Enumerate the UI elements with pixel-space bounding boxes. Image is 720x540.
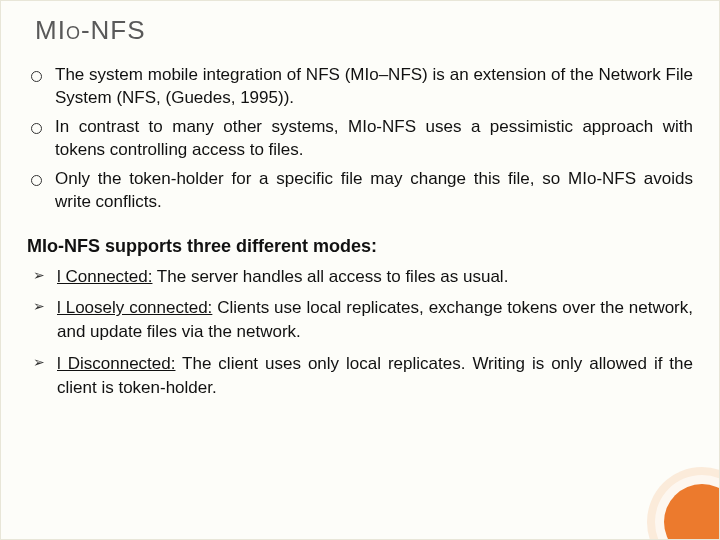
mode-text: The server handles all access to files a… xyxy=(152,267,508,286)
bullet-list: The system mobile integration of NFS (MI… xyxy=(27,64,693,214)
bullet-item: Only the token-holder for a specific fil… xyxy=(27,168,693,214)
title-main: MI xyxy=(35,15,66,45)
mode-label: l Loosely connected: xyxy=(57,298,212,317)
bullet-item: In contrast to many other systems, MIo-N… xyxy=(27,116,693,162)
slide-title: MIo-NFS xyxy=(35,15,693,46)
bullet-item: The system mobile integration of NFS (MI… xyxy=(27,64,693,110)
title-suffix: o-NFS xyxy=(66,15,146,45)
mode-item: l Connected: The server handles all acce… xyxy=(27,265,693,289)
mode-item: l Disconnected: The client uses only loc… xyxy=(27,352,693,400)
mode-list: l Connected: The server handles all acce… xyxy=(27,265,693,400)
section-heading: MIo-NFS supports three different modes: xyxy=(27,236,693,257)
mode-label: l Disconnected: xyxy=(57,354,175,373)
decorative-corner-graphic xyxy=(647,467,720,540)
slide: MIo-NFS The system mobile integration of… xyxy=(1,1,719,418)
mode-label: l Connected: xyxy=(57,267,152,286)
mode-item: l Loosely connected: Clients use local r… xyxy=(27,296,693,344)
